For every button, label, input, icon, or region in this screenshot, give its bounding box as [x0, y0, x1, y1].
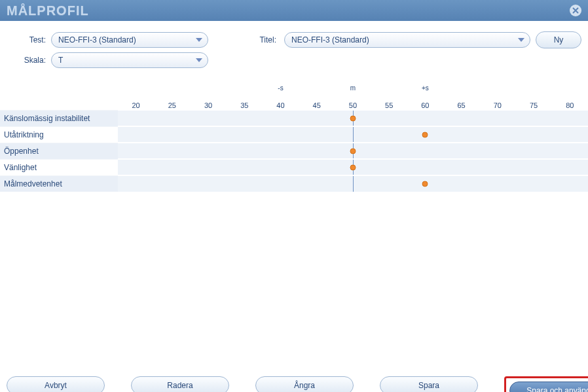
row-label: Vänlighet	[0, 159, 118, 175]
data-point[interactable]	[350, 115, 356, 121]
chevron-down-icon	[518, 38, 524, 42]
chart-cell[interactable]	[479, 159, 515, 175]
new-button[interactable]: Ny	[536, 31, 581, 48]
chart-cell[interactable]	[263, 143, 299, 159]
save-use-button-label: Spara och använd	[526, 386, 588, 392]
chart-cell[interactable]	[443, 143, 479, 159]
axis-marker	[443, 73, 479, 92]
test-select[interactable]: NEO-FFI-3 (Standard)	[51, 32, 208, 48]
axis-marker	[515, 73, 551, 92]
chart-cell[interactable]	[335, 143, 371, 159]
chart-cell[interactable]	[407, 126, 443, 143]
test-label: Test:	[7, 35, 46, 45]
chart-cell[interactable]	[190, 143, 226, 159]
chart-cell[interactable]	[227, 143, 263, 159]
chart-cell[interactable]	[407, 143, 443, 159]
chart-cell[interactable]	[154, 110, 190, 126]
chart-cell[interactable]	[515, 143, 551, 159]
chart-cell[interactable]	[515, 126, 551, 143]
chart-cell[interactable]	[335, 110, 371, 126]
delete-button[interactable]: Radera	[131, 376, 229, 392]
chart-cell[interactable]	[479, 126, 515, 143]
chart-cell[interactable]	[118, 126, 154, 143]
chart-cell[interactable]	[227, 175, 263, 192]
scale-select[interactable]: T	[51, 52, 208, 68]
data-point[interactable]	[422, 181, 428, 187]
undo-button[interactable]: Ångra	[255, 376, 354, 392]
dialog-header: MÅLPROFIL	[0, 0, 588, 21]
chart-cell[interactable]	[371, 159, 407, 175]
chart-cell[interactable]	[371, 175, 407, 192]
chart-cell[interactable]	[227, 110, 263, 126]
chart-cell[interactable]	[118, 110, 154, 126]
chart-cell[interactable]	[335, 175, 371, 192]
new-button-label: Ny	[554, 35, 564, 45]
chart-cell[interactable]	[263, 175, 299, 192]
chart-cell[interactable]	[407, 175, 443, 192]
axis-tick: 40	[263, 92, 299, 110]
chart-cell[interactable]	[443, 159, 479, 175]
chart-cell[interactable]	[335, 126, 371, 143]
chart-cell[interactable]	[263, 126, 299, 143]
chart-cell[interactable]	[190, 126, 226, 143]
chart-cell[interactable]	[515, 159, 551, 175]
chart-cell[interactable]	[552, 110, 588, 126]
chart-cell[interactable]	[299, 110, 335, 126]
chart-cell[interactable]	[227, 159, 263, 175]
save-use-button[interactable]: Spara och använd	[509, 382, 588, 392]
chart-cell[interactable]	[118, 159, 154, 175]
chart-cell[interactable]	[479, 175, 515, 192]
chart-cell[interactable]	[299, 159, 335, 175]
table-row: Utåtriktning	[0, 126, 588, 143]
chart-cell[interactable]	[515, 175, 551, 192]
chart-cell[interactable]	[515, 110, 551, 126]
data-point[interactable]	[350, 164, 356, 170]
chart-cell[interactable]	[118, 175, 154, 192]
delete-button-label: Radera	[167, 381, 193, 390]
chart-area: -sm+s20253035404550556065707580Känslomäs…	[0, 73, 588, 370]
save-button-label: Spara	[418, 381, 439, 390]
chart-cell[interactable]	[190, 175, 226, 192]
save-button[interactable]: Spara	[380, 376, 478, 392]
chart-cell[interactable]	[371, 110, 407, 126]
chart-cell[interactable]	[552, 159, 588, 175]
chart-cell[interactable]	[190, 159, 226, 175]
chart-cell[interactable]	[371, 126, 407, 143]
chart-cell[interactable]	[154, 143, 190, 159]
cancel-button[interactable]: Avbryt	[7, 376, 105, 392]
cancel-button-label: Avbryt	[45, 381, 67, 390]
chart-cell[interactable]	[263, 110, 299, 126]
chart-cell[interactable]	[154, 126, 190, 143]
chart-cell[interactable]	[227, 126, 263, 143]
chart-cell[interactable]	[299, 143, 335, 159]
chart-cell[interactable]	[190, 110, 226, 126]
chart-cell[interactable]	[299, 175, 335, 192]
chart-cell[interactable]	[552, 126, 588, 143]
chart-cell[interactable]	[479, 143, 515, 159]
chart-cell[interactable]	[443, 110, 479, 126]
data-point[interactable]	[422, 132, 428, 137]
chart-cell[interactable]	[299, 126, 335, 143]
axis-marker: -s	[263, 73, 299, 92]
title-label: Titel:	[213, 35, 279, 45]
chart-cell[interactable]	[371, 143, 407, 159]
title-select[interactable]: NEO-FFI-3 (Standard)	[284, 32, 530, 48]
chart-cell[interactable]	[552, 175, 588, 192]
data-point[interactable]	[350, 148, 356, 154]
axis-marker: +s	[407, 73, 443, 92]
row-label: Målmedvetenhet	[0, 175, 118, 192]
chart-cell[interactable]	[154, 159, 190, 175]
chart-cell[interactable]	[407, 110, 443, 126]
chart-cell[interactable]	[443, 126, 479, 143]
chart-cell[interactable]	[335, 159, 371, 175]
chart-cell[interactable]	[118, 143, 154, 159]
chart-cell[interactable]	[443, 175, 479, 192]
chart-cell[interactable]	[479, 110, 515, 126]
close-button[interactable]	[570, 5, 581, 16]
chart-cell[interactable]	[407, 159, 443, 175]
axis-tick: 65	[443, 92, 479, 110]
chart-cell[interactable]	[263, 159, 299, 175]
scale-select-value: T	[58, 56, 63, 65]
chart-cell[interactable]	[552, 143, 588, 159]
chart-cell[interactable]	[154, 175, 190, 192]
